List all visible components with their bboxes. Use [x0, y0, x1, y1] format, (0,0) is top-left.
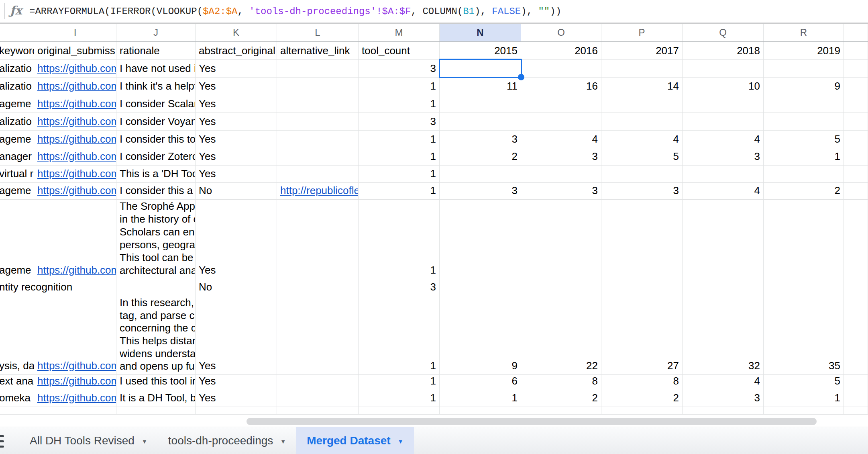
cell-R8[interactable] [764, 166, 844, 182]
cell-M14[interactable]: 1 [359, 390, 440, 407]
cell-K10[interactable]: Yes [196, 200, 277, 279]
cell-Q14[interactable]: 3 [683, 390, 764, 407]
cell-M11[interactable]: 3 [359, 279, 440, 296]
cell-I2[interactable]: https://github.com [34, 60, 116, 77]
cell-N10[interactable] [440, 200, 521, 279]
cell-J10[interactable]: The Srophé Appin the history of cScholar… [116, 200, 196, 279]
cell-O5[interactable] [521, 113, 601, 130]
cell-S2[interactable] [844, 60, 868, 77]
cell-N12[interactable]: 9 [440, 296, 521, 374]
cell-J4[interactable]: I consider Scalar [116, 95, 196, 112]
cell-O9[interactable]: 3 [521, 183, 601, 199]
cell-M13[interactable]: 1 [359, 375, 440, 390]
cell-J2[interactable]: I have not used i [116, 60, 196, 77]
column-header-P[interactable]: P [601, 24, 683, 41]
cell-H4[interactable]: ageme [0, 95, 34, 112]
column-header-M[interactable]: M [359, 24, 440, 41]
cell-link[interactable]: https://github.com [37, 264, 116, 276]
cell-M7[interactable]: 1 [359, 148, 440, 165]
cell-H3[interactable]: alizatio [0, 78, 34, 95]
cell-J14[interactable]: It is a DH Tool, b [116, 390, 196, 407]
cell-R1[interactable]: 2019 [764, 42, 844, 59]
cell-P11[interactable] [601, 279, 683, 296]
cell-H1[interactable]: keyword [0, 42, 34, 59]
cell-R7[interactable]: 1 [764, 148, 844, 165]
cell-R12[interactable]: 35 [764, 296, 844, 374]
cell-P8[interactable] [601, 166, 683, 182]
cell-I8[interactable]: https://github.com [34, 166, 116, 182]
cell-I12[interactable]: https://github.com [34, 296, 116, 374]
cell-N14[interactable]: 1 [440, 390, 521, 407]
column-header-L[interactable]: L [277, 24, 359, 41]
column-header-partial[interactable] [844, 24, 868, 41]
cell-N4[interactable] [440, 95, 521, 112]
cell-link[interactable]: https://github.com [37, 184, 116, 197]
cell-link[interactable]: http://republicofle [280, 184, 359, 197]
column-header-Q[interactable]: Q [683, 24, 764, 41]
cell-P5[interactable] [601, 113, 683, 130]
cell-I5[interactable]: https://github.com [34, 113, 116, 130]
cell-Q15[interactable] [683, 407, 764, 414]
cell-K2[interactable]: Yes [196, 60, 277, 77]
cell-S10[interactable] [844, 200, 868, 279]
cell-O13[interactable]: 8 [521, 375, 601, 390]
cell-Q13[interactable]: 4 [683, 375, 764, 390]
cell-J9[interactable]: I consider this a [116, 183, 196, 199]
cell-K9[interactable]: No [196, 183, 277, 199]
cell-O14[interactable]: 2 [521, 390, 601, 407]
cell-K1[interactable]: abstract_original [196, 42, 277, 59]
cell-N13[interactable]: 6 [440, 375, 521, 390]
tab-dropdown-icon[interactable]: ▼ [398, 437, 403, 445]
cell-link[interactable]: https://github.com [37, 375, 116, 387]
cell-I14[interactable]: https://github.com [34, 390, 116, 407]
cell-K15[interactable] [196, 407, 277, 414]
cell-M15[interactable] [359, 407, 440, 414]
cell-S13[interactable] [844, 375, 868, 390]
cell-J13[interactable]: I used this tool in [116, 375, 196, 390]
cell-P6[interactable]: 4 [601, 131, 683, 148]
cell-O2[interactable] [521, 60, 601, 77]
cell-link[interactable]: https://github.com [37, 150, 116, 163]
cell-H5[interactable]: alizatio [0, 113, 34, 130]
cell-L1[interactable]: alternative_link [277, 42, 359, 59]
cell-N11[interactable] [440, 279, 521, 296]
cell-S1[interactable] [844, 42, 868, 59]
cell-I1[interactable]: original_submiss [34, 42, 116, 59]
cell-N7[interactable]: 2 [440, 148, 521, 165]
cell-M1[interactable]: tool_count [359, 42, 440, 59]
cell-K3[interactable]: Yes [196, 78, 277, 95]
cell-R15[interactable] [764, 407, 844, 414]
cell-L9[interactable]: http://republicofle [277, 183, 359, 199]
cell-Q8[interactable] [683, 166, 764, 182]
cell-R5[interactable] [764, 113, 844, 130]
cell-L15[interactable] [277, 407, 359, 414]
cell-J8[interactable]: This is a 'DH Too [116, 166, 196, 182]
cell-N15[interactable] [440, 407, 521, 414]
column-header-J[interactable]: J [116, 24, 196, 41]
cell-P2[interactable] [601, 60, 683, 77]
cell-link[interactable]: https://github.com [37, 115, 116, 128]
cell-Q7[interactable]: 3 [683, 148, 764, 165]
sheet-tab-all-dh-tools-revised[interactable]: All DH Tools Revised▼ [19, 427, 158, 454]
cell-K14[interactable]: Yes [196, 390, 277, 407]
column-header-O[interactable]: O [521, 24, 601, 41]
cell-Q2[interactable] [683, 60, 764, 77]
cell-P1[interactable]: 2017 [601, 42, 683, 59]
cell-M4[interactable]: 1 [359, 95, 440, 112]
cell-M12[interactable]: 1 [359, 296, 440, 374]
cell-O4[interactable] [521, 95, 601, 112]
cell-P4[interactable] [601, 95, 683, 112]
cell-J1[interactable]: rationale [116, 42, 196, 59]
cell-I3[interactable]: https://github.com [34, 78, 116, 95]
cell-S12[interactable] [844, 296, 868, 374]
cell-N9[interactable]: 3 [440, 183, 521, 199]
cell-R2[interactable] [764, 60, 844, 77]
cell-I6[interactable]: https://github.com [34, 131, 116, 148]
cell-J6[interactable]: I consider this to [116, 131, 196, 148]
cell-Q3[interactable]: 10 [683, 78, 764, 95]
cell-S4[interactable] [844, 95, 868, 112]
cell-M3[interactable]: 1 [359, 78, 440, 95]
cell-O3[interactable]: 16 [521, 78, 601, 95]
cell-O10[interactable] [521, 200, 601, 279]
cell-Q6[interactable]: 4 [683, 131, 764, 148]
